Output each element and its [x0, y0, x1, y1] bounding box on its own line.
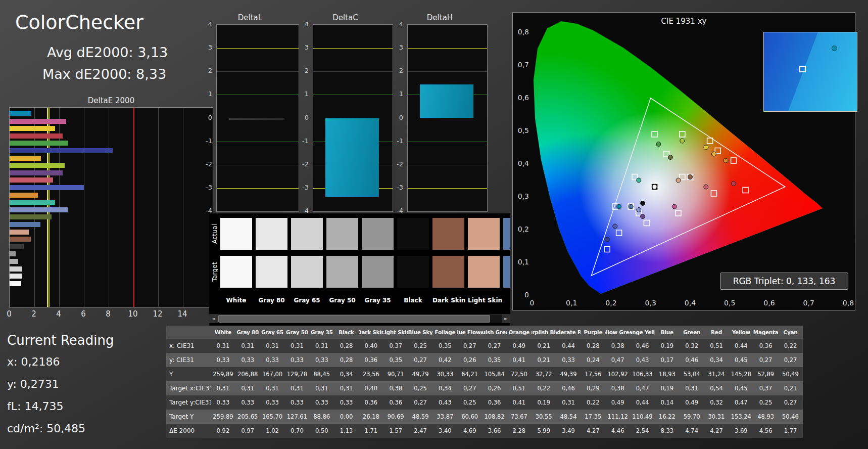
guide-line	[408, 71, 487, 72]
table-cell: 0,37	[383, 339, 408, 353]
y-tick-label: 3	[392, 43, 403, 51]
table-cell: 0,31	[211, 381, 235, 395]
table-cell: 30,31	[704, 410, 729, 424]
rgb-triplet-label: RGB Triplet: 0, 133, 163	[720, 273, 848, 290]
table-cell: 0,29	[581, 381, 605, 395]
table-cell: 0,27	[778, 353, 803, 367]
table-cell: 106,33	[630, 367, 655, 381]
table-cell: 0,28	[334, 353, 359, 367]
row-label: y: CIE31	[166, 353, 211, 367]
table-cell: 0,51	[704, 339, 729, 353]
column-header-purple: Purple	[581, 326, 605, 339]
table-cell: 60,60	[457, 410, 482, 424]
delta-c-ylabels: 43210-1-2-3-4	[298, 24, 311, 212]
guide-line	[408, 188, 487, 189]
delta-l-title: DeltaL	[201, 13, 299, 22]
deltae-bar-gray-35	[10, 251, 16, 256]
cie-y-tick: 0,6	[514, 94, 529, 102]
gridline	[158, 108, 159, 307]
row-label: Target Y	[166, 410, 211, 424]
patch-scrollbar[interactable]: ◄ ►	[209, 314, 510, 323]
y-tick-label: -1	[298, 137, 309, 145]
deltae-bar-red	[10, 133, 63, 139]
deltae-bar-bluish-green	[10, 200, 55, 205]
cie-x-tick: 0,4	[682, 299, 698, 307]
measured-magenta	[672, 204, 677, 209]
table-cell: 0,31	[260, 381, 285, 395]
swatch-actual-gray-35	[362, 218, 394, 250]
swatch-actual-gray-50	[326, 218, 358, 250]
patch-label-gray-65: Gray 65	[291, 297, 323, 304]
table-cell: 0,46	[556, 381, 581, 395]
x-tick-label: 8	[100, 309, 116, 319]
table-cell: 2,28	[507, 424, 532, 438]
table-cell: 0,25	[753, 395, 778, 410]
row-label: x: CIE31	[166, 339, 211, 353]
scroll-left-icon[interactable]: ◄	[209, 315, 218, 323]
table-cell: 90,71	[383, 367, 408, 381]
table-cell: 18,93	[655, 367, 680, 381]
x-tick-label: 14	[174, 309, 190, 319]
swatch-target-dark-skin	[432, 256, 464, 288]
column-header-cyan: Cyan	[778, 326, 803, 339]
zoom-inset	[763, 32, 857, 112]
table-cell: 0,36	[482, 395, 507, 410]
y-tick-label: -3	[201, 184, 212, 191]
table-cell: 127,61	[284, 410, 309, 424]
table-row-target-y-cie31: Target y:CIE310,330,330,330,330,330,330,…	[166, 395, 803, 410]
measured-red	[732, 182, 736, 186]
table-cell: 0,33	[235, 395, 260, 410]
swatch-actual-dark-skin	[432, 218, 464, 250]
x-tick-label: 6	[75, 309, 91, 319]
table-cell: 0,46	[680, 353, 704, 367]
swatch-target-gray-65	[291, 256, 323, 288]
row-label: ΔE 2000	[166, 424, 211, 438]
table-cell: 0,28	[581, 339, 605, 353]
column-header-magenta: Magenta	[753, 326, 778, 339]
table-cell: 0,42	[432, 353, 457, 367]
patch-row-target	[209, 256, 510, 288]
table-cell: 0,25	[408, 339, 433, 353]
patch-label-black: Black	[397, 297, 429, 304]
swatch-target-gray-35	[362, 256, 394, 288]
scroll-right-icon[interactable]: ►	[502, 315, 510, 323]
table-cell: 165,70	[260, 410, 285, 424]
cie-x-tick: 0,5	[721, 299, 738, 307]
table-cell: 0,22	[532, 381, 556, 395]
guide-line	[408, 165, 487, 165]
table-cell: 0,33	[556, 353, 581, 367]
swatch-actual-light-skin	[468, 218, 500, 250]
guide-line	[408, 48, 487, 49]
column-header-green: Green	[680, 326, 704, 339]
x-tick-label: 0	[1, 309, 17, 319]
y-tick-label: 0	[298, 114, 309, 121]
measured-purple	[641, 214, 645, 219]
swatch-target-gray-50	[326, 256, 358, 288]
table-cell: 0,00	[334, 410, 359, 424]
gridline	[109, 108, 109, 307]
table-cell: 0,26	[482, 381, 507, 395]
swatch-target-white	[220, 256, 252, 288]
table-cell: 0,21	[532, 339, 556, 353]
table-cell: 23,56	[359, 367, 383, 381]
table-cell: 53,04	[680, 367, 704, 381]
table-cell: 17,35	[581, 410, 605, 424]
table-cell: 4,27	[581, 424, 605, 438]
y-tick-label: 3	[201, 43, 212, 51]
table-cell: 0,27	[778, 395, 803, 410]
cie-x-tick: 0	[524, 299, 540, 307]
patch-label-gray-80: Gray 80	[256, 297, 287, 304]
table-cell: 0,92	[211, 424, 235, 438]
table-cell: 0,33	[284, 353, 309, 367]
deltae-bar-purple	[10, 170, 63, 175]
cie-x-tick: 0,3	[643, 299, 659, 307]
table-cell: 0,19	[532, 395, 556, 410]
scrollbar-thumb[interactable]	[218, 315, 490, 323]
cie-x-tick: 0,7	[801, 299, 817, 307]
measured-black	[641, 201, 645, 206]
table-cell: 0,28	[334, 339, 359, 353]
measured-light-skin	[676, 178, 681, 183]
swatch-target-gray-80	[256, 256, 287, 288]
table-cell: 2,54	[630, 424, 655, 438]
table-cell: 0,70	[284, 424, 309, 438]
